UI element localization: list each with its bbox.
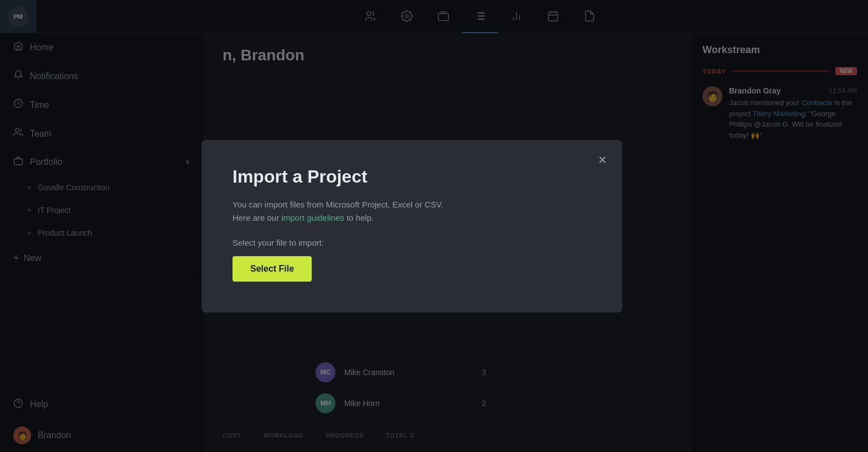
modal-overlay[interactable]: ✕ Import a Project You can import files … — [0, 0, 868, 452]
import-guidelines-link[interactable]: import guidelines — [281, 213, 344, 222]
modal-select-label: Select your file to import: — [232, 238, 591, 247]
modal-close-button[interactable]: ✕ — [593, 151, 611, 169]
modal-description: You can import files from Microsoft Proj… — [232, 198, 591, 225]
modal-title: Import a Project — [232, 167, 591, 187]
modal-desc-after: to help. — [344, 213, 374, 222]
import-modal: ✕ Import a Project You can import files … — [202, 140, 622, 313]
select-file-button[interactable]: Select File — [232, 256, 312, 282]
